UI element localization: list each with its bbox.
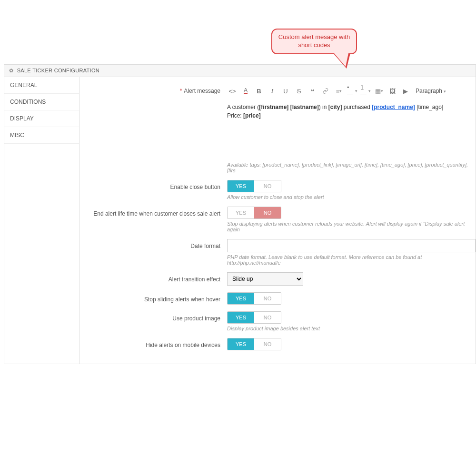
toggle-no[interactable]: NO (254, 338, 281, 350)
form-area: *Alert message <> A B I U S ❝ ≡ • — 1 (79, 77, 476, 364)
help-enable-close: Allow customer to close and stop the ale… (227, 194, 476, 200)
label-stop-hover: Stop sliding alerts when hover (79, 292, 227, 303)
toggle-yes[interactable]: YES (228, 338, 254, 350)
toggle-yes[interactable]: YES (228, 207, 254, 218)
toggle-yes[interactable]: YES (228, 312, 254, 323)
bullet-list-icon[interactable]: • — (347, 86, 357, 96)
toggle-yes[interactable]: YES (228, 293, 254, 304)
italic-icon[interactable]: I (267, 86, 278, 96)
help-end-life: Stop displaying alerts when customer rel… (227, 221, 476, 232)
bold-icon[interactable]: B (254, 86, 264, 96)
tab-general[interactable]: GENERAL (4, 77, 79, 94)
toggle-use-img[interactable]: YES NO (227, 311, 281, 324)
tab-conditions[interactable]: CONDITIONS (4, 94, 79, 110)
config-panel: ✿ SALE TICKER CONFIGURATION GENERAL COND… (4, 64, 476, 364)
label-transition: Alert transition effect (79, 272, 227, 283)
toggle-no[interactable]: NO (254, 312, 281, 323)
toggle-stop-hover[interactable]: YES NO (227, 292, 281, 305)
toggle-no[interactable]: NO (254, 207, 281, 218)
tab-display[interactable]: DISPLAY (4, 110, 79, 127)
tab-misc[interactable]: MISC (4, 127, 79, 144)
panel-header: ✿ SALE TICKER CONFIGURATION (4, 65, 476, 77)
available-tags-help: Available tags: [product_name], [product… (227, 162, 476, 173)
label-end-life: End alert life time when customer closes… (79, 207, 227, 217)
callout-text: Custom alert mesage with short codes (278, 33, 350, 49)
toggle-no[interactable]: NO (254, 293, 281, 304)
help-date-format: PHP date format. Leave blank to use defa… (227, 254, 476, 266)
quote-icon[interactable]: ❝ (307, 86, 317, 96)
video-icon[interactable]: ▶ (400, 86, 411, 96)
text-color-icon[interactable]: A (240, 86, 251, 96)
help-use-img: Display product image besides alert text (227, 326, 476, 331)
label-alert-message: *Alert message (79, 84, 227, 94)
label-enable-close: Enable close button (79, 180, 227, 190)
label-use-img: Use product image (79, 311, 227, 322)
gear-icon: ✿ (9, 68, 13, 74)
paragraph-select[interactable]: Paragraph (414, 87, 448, 95)
date-format-input[interactable] (227, 239, 476, 252)
transition-select[interactable]: Slide up (227, 272, 303, 286)
strikethrough-icon[interactable]: S (294, 86, 304, 96)
panel-title: SALE TICKER CONFIGURATION (17, 68, 99, 73)
toggle-no[interactable]: NO (254, 180, 281, 192)
align-icon[interactable]: ≡ (334, 86, 344, 96)
toggle-hide-mobile[interactable]: YES NO (227, 338, 281, 350)
wysiwyg-toolbar: <> A B I U S ❝ ≡ • — 1 — ▦ 🖼 ▶ (227, 84, 476, 98)
table-icon[interactable]: ▦ (374, 86, 384, 96)
toggle-yes[interactable]: YES (228, 180, 254, 192)
toggle-end-life[interactable]: YES NO (227, 207, 281, 219)
image-icon[interactable]: 🖼 (387, 86, 397, 96)
underline-icon[interactable]: U (280, 86, 291, 96)
alert-message-editor[interactable]: A customer ([firstname] [lastname]) in [… (227, 101, 476, 127)
numbered-list-icon[interactable]: 1 — (360, 86, 371, 96)
toggle-enable-close[interactable]: YES NO (227, 180, 281, 192)
link-icon[interactable] (320, 86, 331, 96)
code-icon[interactable]: <> (227, 86, 238, 96)
label-hide-mobile: Hide alerts on mobile devices (79, 338, 227, 348)
annotation-callout: Custom alert mesage with short codes (271, 29, 357, 54)
label-date-format: Date format (79, 239, 227, 249)
sidebar: GENERAL CONDITIONS DISPLAY MISC (4, 77, 79, 364)
